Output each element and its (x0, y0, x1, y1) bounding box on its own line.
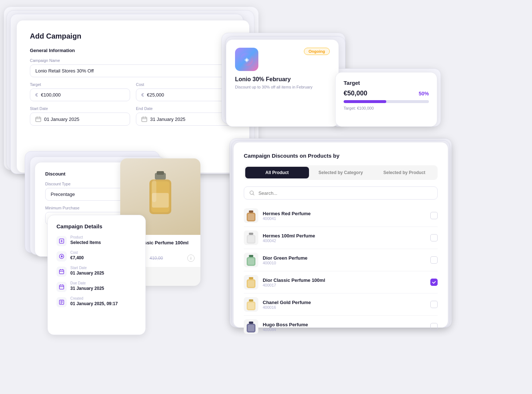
check-icon (432, 280, 436, 284)
campaign-details-card: Campaign Details Product Selected Items … (47, 215, 146, 335)
list-item[interactable]: Dior Classic Perfume 100ml 400017 (244, 271, 438, 293)
product-checkbox[interactable] (430, 234, 438, 241)
detail-cost: Cost €7,400 (56, 251, 137, 261)
target-amount-row: €50,000 50% (344, 90, 429, 97)
start-date-group: Start Date 01 January 2025 (30, 106, 130, 126)
tab-selected-by-product[interactable]: Selected by Product (372, 167, 436, 178)
perfume-bottle-svg (144, 169, 177, 224)
end-date-input[interactable]: 31 January 2025 (136, 113, 236, 126)
end-date-label: End Date (136, 106, 236, 111)
product-thumb (244, 231, 258, 245)
date-row: Start Date 01 January 2025 End Date 31 J… (30, 106, 236, 131)
cost-group: Cost € €25,000 (136, 82, 236, 101)
end-date-group: End Date 31 January 2025 (136, 106, 236, 126)
target-group: Target € €100,000 (30, 82, 130, 101)
svg-rect-1 (142, 117, 147, 122)
list-item[interactable]: Chanel Gold Perfume 400016 (244, 293, 438, 316)
campaign-name-input[interactable] (30, 64, 236, 77)
cost-input[interactable]: € €25,000 (136, 88, 236, 101)
start-date-label: Start Date (30, 106, 130, 111)
product-list-name: Hermes 100ml Perfume (263, 233, 315, 239)
product-list-sku: 400017 (263, 283, 325, 287)
target-input[interactable]: € €100,000 (30, 88, 130, 101)
product-list-info: Dior Classic Perfume 100ml 400017 (263, 277, 325, 287)
product-list: Hermes Red Perfume 400041 Hermes 100ml P… (244, 205, 438, 338)
created-icon (56, 297, 67, 307)
product-list-info: Hermes 100ml Perfume 400042 (263, 233, 315, 243)
product-icon (56, 236, 67, 246)
product-checkbox[interactable] (430, 323, 438, 330)
campaign-name-label: Campaign Name (30, 58, 236, 63)
product-checkbox[interactable] (430, 301, 438, 308)
svg-rect-13 (59, 285, 64, 289)
product-list-name: Hugo Boss Perfume (263, 322, 308, 327)
product-list-sku: 400016 (263, 305, 311, 310)
product-thumb (244, 319, 258, 334)
detail-created: Created 01 January 2025, 09:17 (56, 296, 137, 307)
svg-rect-31 (249, 322, 253, 324)
detail-due-date: Due Date 31 January 2025 (56, 281, 137, 292)
product-thumb (244, 253, 258, 267)
detail-created-value: 01 January 2025, 09:17 (70, 301, 118, 306)
detail-created-label: Created (70, 296, 118, 300)
search-input[interactable] (258, 190, 432, 196)
ongoing-header: ◈ Ongoing (235, 48, 330, 71)
target-title: Target (344, 80, 429, 86)
detail-due-label: Due Date (70, 281, 104, 285)
tab-selected-by-category[interactable]: Selected by Category (309, 167, 373, 178)
campaign-name: Lonio 30% February (235, 76, 330, 83)
target-amount: €50,000 (344, 90, 367, 97)
svg-rect-9 (152, 180, 156, 202)
target-card: Target €50,000 50% Target: €100,000 (335, 72, 437, 127)
svg-rect-12 (59, 270, 64, 274)
svg-rect-16 (249, 210, 253, 213)
target-sub: Target: €100,000 (344, 106, 429, 110)
cost-icon (56, 251, 67, 261)
start-date-value: 01 January 2025 (44, 117, 79, 122)
info-icon[interactable]: i (187, 255, 195, 262)
ongoing-campaign-card: ◈ Ongoing Lonio 30% February Discount up… (226, 39, 339, 127)
product-list-name: Dior Classic Perfume 100ml (263, 277, 325, 283)
product-checkbox[interactable] (430, 279, 438, 286)
list-item[interactable]: Dior Green Perfume 400010 (244, 249, 438, 271)
list-item[interactable]: Hermes 100ml Perfume 400042 (244, 227, 438, 249)
svg-rect-21 (248, 236, 254, 243)
campaign-icon: ◈ (239, 52, 254, 67)
detail-cost-value: €7,400 (70, 255, 84, 260)
target-cost-row: Target € €100,000 Cost € €25,000 (30, 82, 236, 106)
list-item[interactable]: Hugo Boss Perfume 400084 (244, 316, 438, 338)
product-checkbox[interactable] (430, 212, 438, 219)
list-item[interactable]: Hermes Red Perfume 400041 (244, 205, 438, 227)
svg-text:◈: ◈ (245, 56, 249, 63)
price-old: 410,00 (150, 256, 163, 261)
svg-rect-25 (249, 277, 253, 279)
product-checkbox[interactable] (430, 256, 438, 264)
search-icon (249, 190, 255, 196)
product-list-info: Chanel Gold Perfume 400016 (263, 300, 311, 310)
general-info-section: General Information (30, 48, 236, 53)
tab-all-product[interactable]: All Product (245, 167, 309, 178)
detail-start-date: Start Date 01 January 2025 (56, 266, 137, 277)
product-list-info: Dior Green Perfume 400010 (263, 255, 308, 265)
detail-product-value: Selected Items (70, 240, 101, 245)
svg-rect-5 (157, 171, 164, 175)
start-date-input[interactable]: 01 January 2025 (30, 113, 130, 126)
product-list-sku: 400041 (263, 216, 311, 221)
campaign-name-group: Campaign Name (30, 58, 236, 77)
target-label: Target (30, 82, 130, 87)
product-search-bar[interactable] (244, 186, 438, 200)
svg-rect-19 (249, 233, 253, 235)
cost-prefix: € (141, 92, 144, 98)
cost-label: Cost (136, 82, 236, 87)
product-thumb (244, 208, 258, 223)
detail-cost-label: Cost (70, 251, 84, 255)
ongoing-badge: Ongoing (304, 48, 330, 55)
product-list-name: Hermes Red Perfume (263, 211, 311, 216)
campaign-desc: Discount up to 30% off all items in Febr… (235, 85, 330, 89)
add-campaign-card: Add Campaign General Information Campaig… (16, 20, 250, 173)
svg-rect-22 (249, 255, 253, 257)
product-thumb (244, 297, 258, 312)
target-value: €100,000 (41, 92, 60, 98)
target-prefix: € (35, 92, 38, 98)
svg-rect-30 (248, 303, 254, 309)
